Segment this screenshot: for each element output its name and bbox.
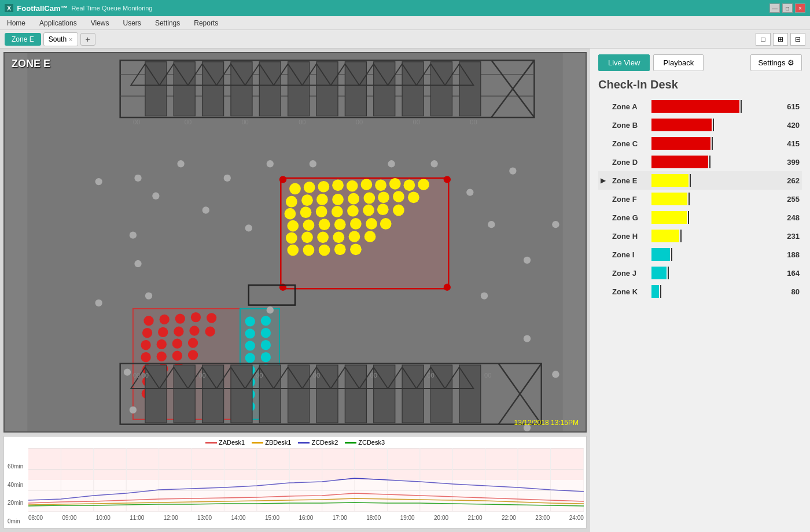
svg-point-79 — [444, 284, 451, 291]
zone-bar-container — [651, 248, 766, 261]
svg-point-72 — [303, 245, 315, 256]
tab-zone-e[interactable]: Zone E — [5, 33, 41, 46]
svg-rect-154 — [345, 365, 366, 423]
right-panel: Live View Playback Settings ⚙ Check-In D… — [590, 49, 810, 532]
svg-point-59 — [303, 220, 315, 231]
zone-bar — [651, 230, 679, 242]
tab-south-close[interactable]: × — [69, 36, 72, 43]
floorplan-svg: 00 00 00 00 00 00 00 00 00 00 00 00 00 0… — [5, 53, 586, 431]
svg-rect-16 — [430, 62, 452, 116]
menubar: Home Applications Views Users Settings R… — [0, 16, 810, 30]
view-grid2-button[interactable]: ⊞ — [773, 33, 788, 46]
svg-point-173 — [552, 371, 559, 378]
zone-row-zone-j[interactable]: Zone J 164 — [598, 264, 802, 282]
svg-point-69 — [349, 231, 360, 242]
svg-rect-11 — [288, 62, 310, 116]
zone-divider — [671, 248, 672, 261]
zone-row-zone-h[interactable]: Zone H 231 — [598, 227, 802, 245]
zone-label: ZONE E — [12, 58, 50, 70]
zone-bar — [651, 174, 689, 187]
zone-bar-container — [651, 193, 766, 205]
zone-divider — [741, 100, 742, 113]
svg-text:00: 00 — [198, 372, 205, 379]
svg-point-139 — [524, 335, 531, 342]
menu-users[interactable]: Users — [121, 18, 143, 28]
svg-point-113 — [261, 352, 271, 362]
menu-views[interactable]: Views — [89, 18, 112, 28]
legend-zcdesk2: ZCDesk2 — [298, 439, 338, 446]
x-label-18: 18:00 — [366, 515, 381, 521]
svg-text:00: 00 — [370, 372, 377, 379]
svg-point-92 — [157, 339, 167, 349]
zone-count: 415 — [771, 139, 800, 148]
svg-rect-7 — [174, 62, 195, 116]
svg-point-137 — [481, 292, 488, 299]
x-label-08: 08:00 — [28, 515, 43, 521]
zone-bar — [651, 285, 659, 298]
svg-rect-152 — [288, 365, 310, 423]
playback-button[interactable]: Playback — [653, 54, 704, 71]
zone-row-zone-a[interactable]: Zone A 615 — [598, 97, 802, 116]
svg-point-82 — [160, 315, 170, 324]
menu-home[interactable]: Home — [5, 18, 28, 28]
zone-count: 188 — [771, 250, 800, 259]
legend-label-zcdesk2: ZCDesk2 — [311, 439, 338, 446]
zone-row-zone-d[interactable]: Zone D 399 — [598, 153, 802, 171]
svg-point-50 — [284, 208, 296, 220]
svg-text:00: 00 — [142, 372, 149, 379]
zone-row-zone-e[interactable]: ▶ Zone E 262 — [598, 171, 802, 190]
svg-point-37 — [375, 179, 386, 191]
zone-row-zone-f[interactable]: Zone F 255 — [598, 190, 802, 208]
zone-row-zone-g[interactable]: Zone G 248 — [598, 208, 802, 227]
maximize-button[interactable]: □ — [782, 3, 793, 13]
zone-bar-container — [651, 137, 766, 150]
legend-color-zbdesk1 — [252, 442, 263, 444]
zone-bar — [651, 137, 710, 150]
app-brand: FootfallCam™ — [17, 4, 68, 13]
zone-name: Zone K — [612, 287, 647, 296]
tab-south[interactable]: South × — [43, 32, 78, 46]
svg-point-86 — [142, 328, 152, 338]
svg-point-77 — [444, 176, 451, 183]
zone-divider — [680, 230, 682, 242]
svg-point-74 — [334, 243, 346, 255]
svg-point-39 — [404, 179, 415, 191]
zone-count: 231 — [771, 232, 800, 241]
x-label-20: 20:00 — [434, 515, 448, 521]
live-view-button[interactable]: Live View — [598, 54, 650, 71]
zone-count: 420 — [771, 121, 800, 130]
zone-count: 399 — [771, 158, 800, 167]
svg-rect-14 — [374, 62, 395, 116]
zone-row-zone-b[interactable]: Zone B 420 — [598, 116, 802, 134]
zone-row-zone-c[interactable]: Zone C 415 — [598, 134, 802, 153]
svg-point-66 — [301, 231, 313, 243]
x-label-23: 23:00 — [535, 515, 550, 521]
tab-add-button[interactable]: + — [80, 33, 95, 46]
svg-point-97 — [172, 351, 182, 361]
svg-point-84 — [191, 312, 201, 322]
zone-count: 255 — [771, 195, 800, 204]
close-button[interactable]: × — [795, 3, 805, 13]
svg-text:00: 00 — [427, 372, 434, 379]
svg-point-98 — [188, 350, 198, 360]
svg-point-51 — [300, 206, 312, 218]
svg-rect-13 — [345, 62, 366, 116]
menu-reports[interactable]: Reports — [192, 18, 220, 28]
svg-rect-17 — [459, 62, 481, 116]
svg-point-129 — [509, 167, 516, 174]
view-single-button[interactable]: □ — [756, 33, 771, 46]
settings-button[interactable]: Settings ⚙ — [750, 54, 802, 71]
menu-settings[interactable]: Settings — [153, 18, 182, 28]
zone-row-zone-k[interactable]: Zone K 80 — [598, 282, 802, 301]
zone-bar-container — [651, 156, 766, 168]
svg-point-89 — [189, 326, 199, 335]
zone-row-zone-i[interactable]: Zone I 188 — [598, 245, 802, 264]
chart-svg — [28, 448, 584, 512]
view-grid3-button[interactable]: ⊟ — [790, 33, 805, 46]
left-panel: ZONE E 13/12/2018 13:15PM — [0, 49, 590, 532]
minimize-button[interactable]: — — [770, 3, 780, 13]
svg-point-35 — [347, 180, 358, 192]
svg-point-141 — [95, 178, 102, 185]
menu-applications[interactable]: Applications — [37, 18, 79, 28]
timestamp: 13/12/2018 13:15PM — [514, 419, 579, 427]
